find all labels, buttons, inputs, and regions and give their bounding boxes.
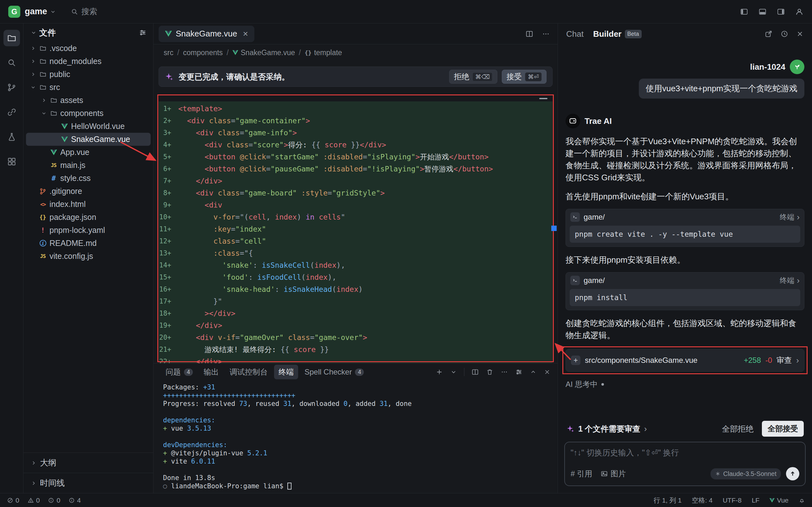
terminal-card-install[interactable]: game/ 终端 › pnpm install [565,272,804,310]
tree-item-node_modules[interactable]: node_modules [26,55,151,68]
toggle-right-panel-icon[interactable] [776,8,785,16]
chevron-collapsed-icon[interactable] [29,71,38,77]
history-icon[interactable] [780,30,789,38]
outline-section[interactable]: 大纲 [23,452,153,473]
toggle-left-panel-icon[interactable] [740,8,749,16]
open-terminal-link[interactable]: 终端 › [780,212,800,222]
tree-item-assets[interactable]: assets [26,94,151,107]
toggle-bottom-panel-icon[interactable] [758,8,767,16]
tab-output[interactable]: 输出 [199,365,223,379]
tree-item-pnpm-lock.yaml[interactable]: !pnpm-lock.yaml [26,224,151,237]
tree-item-README.md[interactable]: iREADME.md [26,237,151,250]
breadcrumb-components[interactable]: components [183,49,223,57]
account-icon[interactable] [795,7,804,16]
tab-chat[interactable]: Chat [566,29,583,39]
tab-debug-console[interactable]: 调试控制台 [225,365,272,379]
tree-item-components[interactable]: components [26,107,151,120]
tree-item-App.vue[interactable]: App.vue [26,146,151,159]
split-editor-icon[interactable] [525,30,534,38]
terminal-select-icon[interactable] [450,369,457,376]
add-terminal-icon[interactable] [436,368,443,376]
explorer-header[interactable]: 文件 [23,23,153,42]
chevron-expanded-icon[interactable] [29,84,38,90]
language-mode[interactable]: Vue [769,497,789,504]
global-search[interactable]: 搜索 [71,6,97,17]
review-count[interactable]: 1 个文件需要审查 [578,424,641,434]
code-lines[interactable]: 1+<template>2+ <div class="game-containe… [159,101,553,363]
image-button[interactable]: 图片 [600,469,626,479]
reject-changes-button[interactable]: 拒绝 ⌘⌫ [449,70,497,83]
remote-icon[interactable] [3,104,20,120]
warning-count[interactable]: 0 [28,497,40,504]
cursor-position[interactable]: 行 1, 列 1 [653,496,681,505]
close-icon[interactable] [796,30,804,38]
app-logo[interactable]: G [8,6,20,18]
source-control-icon[interactable] [3,79,20,96]
code-editor[interactable]: 1+<template>2+ <div class="game-containe… [159,96,553,363]
breadcrumb-file[interactable]: SnakeGame.vue [233,49,295,57]
accept-label: 接受 [507,72,522,82]
open-terminal-link[interactable]: 终端 › [780,276,800,285]
close-panel-icon[interactable] [544,369,551,376]
encoding[interactable]: UTF-8 [722,497,742,504]
tab-spell-checker[interactable]: Spell Checker 4 [300,365,368,379]
tree-item-package.json[interactable]: {}package.json [26,211,151,224]
code-text: <template> [178,103,222,115]
test-icon[interactable] [3,129,20,145]
collapse-diff-icon[interactable] [539,98,548,99]
tree-item-SnakeGame.vue[interactable]: SnakeGame.vue [26,133,151,146]
search-icon[interactable] [3,55,20,71]
filter-icon[interactable] [139,29,147,37]
new-chat-icon[interactable] [764,30,773,38]
tab-terminal[interactable]: 终端 [274,365,298,379]
eol-sequence[interactable]: LF [752,497,760,504]
more-actions-icon[interactable] [542,30,550,38]
chevron-collapsed-icon[interactable] [39,97,48,103]
tree-item-style.css[interactable]: #style.css [26,172,151,185]
project-switcher[interactable]: game [25,7,56,16]
chevron-collapsed-icon[interactable] [29,45,38,51]
filter-icon[interactable] [515,368,523,376]
chevron-expanded-icon[interactable] [39,110,48,116]
terminal-card-create[interactable]: game/ 终端 › pnpm create vite . -y --templ… [565,209,804,247]
tab-builder[interactable]: Builder Beta [593,29,642,39]
breadcrumb-src[interactable]: src [164,49,173,57]
model-selector[interactable]: Claude-3.5-Sonnet [711,468,781,480]
error-count[interactable]: 0 [7,497,19,504]
tab-snakegame[interactable]: SnakeGame.vue × [159,26,254,42]
image-icon [600,470,608,477]
indentation[interactable]: 空格: 4 [692,496,712,505]
explorer-icon[interactable] [3,30,20,46]
accept-all-button[interactable]: 全部接受 [762,421,804,437]
tree-item-public[interactable]: public [26,68,151,81]
split-terminal-icon[interactable] [471,368,479,376]
tree-item-HelloWorld.vue[interactable]: HelloWorld.vue [26,120,151,133]
chat-input[interactable]: "↑↓" 切换历史输入，"⇧⏎" 换行 # 引用 图片 Claude-3.5-S… [564,442,806,486]
extensions-icon[interactable] [3,153,20,170]
tree-item-src[interactable]: src [26,81,151,94]
kill-terminal-icon[interactable] [486,368,494,376]
tree-item-main.js[interactable]: JSmain.js [26,159,151,172]
more-actions-icon[interactable] [501,368,508,376]
accept-changes-button[interactable]: 接受 ⌘⏎ [502,70,547,83]
send-button[interactable] [786,467,799,481]
tree-item-index.html[interactable]: <>index.html [26,198,151,211]
timeline-section[interactable]: 时间线 [23,473,153,493]
chevron-collapsed-icon[interactable] [29,58,38,64]
review-link[interactable]: 审查 [776,355,792,365]
tree-item-vite.config.js[interactable]: JSvite.config.js [26,250,151,263]
close-tab-icon[interactable]: × [243,29,248,39]
maximize-panel-icon[interactable] [530,369,537,376]
file-review-card[interactable]: + src/components/SnakeGame.vue +258 -0 审… [565,349,804,372]
tree-item-.gitignore[interactable]: .gitignore [26,185,151,198]
tree-item-.vscode[interactable]: .vscode [26,42,151,55]
notifications-bell-icon[interactable] [799,497,805,504]
reject-all-button[interactable]: 全部拒绝 [722,424,754,434]
info-count[interactable]: 0 [48,497,60,504]
title-bar: G game 搜索 [0,0,812,23]
tab-problems[interactable]: 问题 4 [161,365,197,379]
hint-count[interactable]: 4 [68,497,81,504]
terminal-output[interactable]: Packages: +31+++++++++++++++++++++++++++… [154,379,558,493]
breadcrumb-symbol[interactable]: {} template [305,49,342,57]
reference-button[interactable]: # 引用 [571,469,592,479]
